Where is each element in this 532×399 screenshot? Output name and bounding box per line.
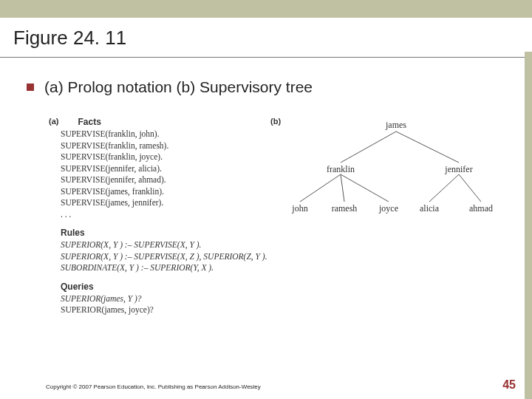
tree-edge bbox=[429, 174, 459, 202]
content-area: (a) Prolog notation (b) Supervisory tree… bbox=[0, 61, 532, 324]
tree-node: jennifer bbox=[444, 164, 472, 174]
page-number: 45 bbox=[502, 378, 516, 392]
figure-part-b: (b) james franklin jennifer john ramesh … bbox=[270, 117, 510, 324]
fact-line: SUPERVISE(franklin, john). bbox=[61, 129, 256, 140]
tree-node: john bbox=[291, 203, 307, 214]
tree-node: ramesh bbox=[332, 203, 358, 214]
fact-line: SUPERVISE(james, jennifer). bbox=[61, 197, 256, 209]
supervisory-tree: james franklin jennifer john ramesh joyc… bbox=[270, 117, 507, 235]
figure-part-a: (a) Facts SUPERVISE(franklin, john). SUP… bbox=[49, 117, 256, 324]
fact-line: SUPERVISE(jennifer, alicia). bbox=[61, 163, 256, 175]
query-line: SUPERIOR(james, Y )? bbox=[61, 293, 256, 305]
tree-edge bbox=[341, 132, 396, 163]
fact-line: SUPERVISE(franklin, ramesh). bbox=[61, 140, 256, 152]
tree-node-root: james bbox=[385, 120, 406, 130]
rules-heading: Rules bbox=[61, 228, 256, 238]
tree-node: joyce bbox=[378, 203, 398, 214]
tree-edge bbox=[459, 174, 481, 202]
part-a-label: (a) bbox=[49, 117, 58, 126]
tree-edge bbox=[300, 174, 341, 202]
queries-list: SUPERIOR(james, Y )? SUPERIOR(james, joy… bbox=[61, 293, 256, 316]
query-line: SUPERIOR(james, joyce)? bbox=[61, 304, 256, 316]
facts-heading: Facts bbox=[78, 117, 256, 127]
fact-line: SUPERVISE(jennifer, ahmad). bbox=[61, 174, 256, 186]
facts-list: SUPERVISE(franklin, john). SUPERVISE(fra… bbox=[61, 129, 256, 220]
rule-line: SUPERIOR(X, Y ) :– SUPERVISE(X, Y ). bbox=[61, 239, 256, 251]
bullet-item: (a) Prolog notation (b) Supervisory tree bbox=[22, 78, 510, 96]
tree-node: franklin bbox=[327, 164, 355, 174]
rules-list: SUPERIOR(X, Y ) :– SUPERVISE(X, Y ). SUP… bbox=[61, 239, 256, 274]
fact-line: SUPERVISE(james, franklin). bbox=[61, 186, 256, 198]
tree-edge bbox=[396, 132, 459, 163]
part-b-label: (b) bbox=[270, 117, 281, 126]
tree-node: alicia bbox=[420, 203, 440, 214]
header-accent-bar bbox=[0, 0, 532, 18]
figure-container: (a) Facts SUPERVISE(franklin, john). SUP… bbox=[22, 117, 510, 324]
title-underline bbox=[0, 57, 532, 58]
tree-edge bbox=[341, 174, 389, 202]
fact-line: SUPERVISE(franklin, joyce). bbox=[61, 151, 256, 163]
rule-line: SUBORDINATE(X, Y ) :– SUPERIOR(Y, X ). bbox=[61, 262, 256, 274]
tree-edge bbox=[341, 174, 344, 202]
bullet-text: (a) Prolog notation (b) Supervisory tree bbox=[44, 78, 313, 96]
side-accent-strip bbox=[525, 52, 532, 399]
queries-heading: Queries bbox=[61, 282, 256, 292]
slide-title: Figure 24. 11 bbox=[0, 18, 532, 57]
tree-node: ahmad bbox=[469, 203, 493, 214]
square-bullet-icon bbox=[27, 83, 34, 91]
copyright-text: Copyright © 2007 Pearson Education, Inc.… bbox=[46, 383, 261, 390]
rule-line: SUPERIOR(X, Y ) :– SUPERVISE(X, Z ), SUP… bbox=[61, 251, 256, 263]
fact-line: . . . bbox=[61, 209, 256, 221]
